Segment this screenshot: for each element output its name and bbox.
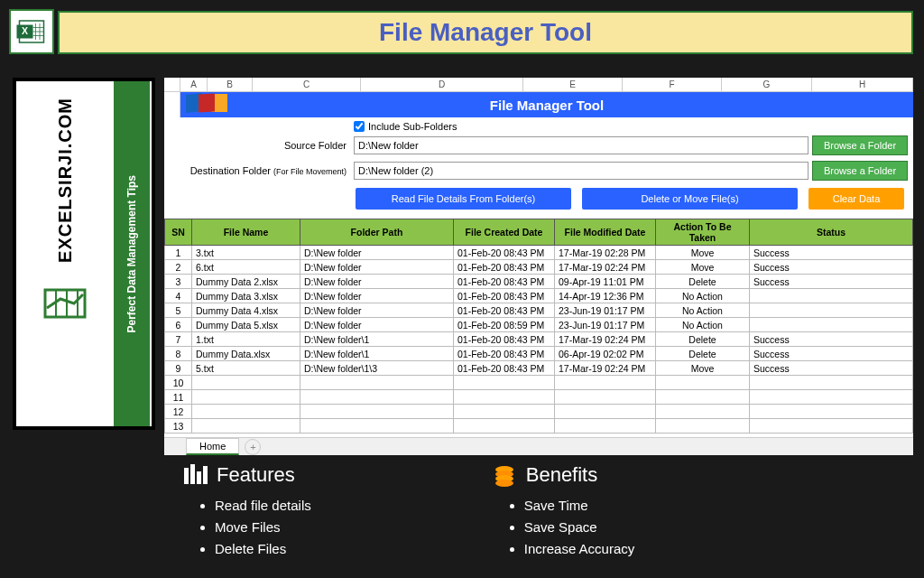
browse-source-button[interactable]: Browse a Folder xyxy=(812,135,908,155)
logo-tagline: Perfect Data Management Tips xyxy=(125,175,138,333)
read-details-button[interactable]: Read File Details From Folder(s) xyxy=(356,188,571,210)
col-created[interactable]: File Created Date xyxy=(454,219,555,246)
list-item: Read file details xyxy=(215,495,311,517)
col-path[interactable]: Folder Path xyxy=(300,219,454,246)
excel-icon: X xyxy=(15,15,48,48)
svg-rect-14 xyxy=(197,471,201,484)
table-row[interactable]: 95.txtD:\New folder\1\301-Feb-20 08:43 P… xyxy=(165,361,913,376)
table-row[interactable]: 13 xyxy=(165,419,913,434)
table-row[interactable]: 3Dummy Data 2.xlsxD:\New folder01-Feb-20… xyxy=(165,275,913,289)
file-table: SN File Name Folder Path File Created Da… xyxy=(164,219,913,434)
page-title-band: File Manager Tool xyxy=(58,11,913,54)
svg-rect-8 xyxy=(45,290,85,317)
folder-stack-icon xyxy=(186,94,224,112)
logo-graphic-icon xyxy=(38,272,92,326)
benefits-list: Save TimeSave SpaceIncrease Accuracy xyxy=(492,495,635,560)
table-row[interactable]: 13.txtD:\New folder01-Feb-20 08:43 PM17-… xyxy=(165,246,913,260)
dest-folder-input[interactable] xyxy=(354,162,808,180)
bars-icon xyxy=(182,462,208,488)
features-title: Features xyxy=(217,463,295,487)
list-item: Delete Files xyxy=(215,538,311,560)
svg-rect-13 xyxy=(190,464,195,484)
clear-data-button[interactable]: Clear Data xyxy=(808,188,904,210)
sheet-title-bar: File Manager Tool xyxy=(164,92,913,117)
svg-text:X: X xyxy=(22,25,28,36)
list-item: Increase Accuracy xyxy=(524,538,635,560)
col-sn[interactable]: SN xyxy=(165,219,192,246)
svg-rect-12 xyxy=(184,468,189,484)
table-row[interactable]: 4Dummy Data 3.xlsxD:\New folder01-Feb-20… xyxy=(165,289,913,303)
include-subfolders-checkbox[interactable] xyxy=(354,121,365,132)
table-row[interactable]: 10 xyxy=(165,376,913,390)
browse-dest-button[interactable]: Browse a Folder xyxy=(812,161,908,181)
col-action[interactable]: Action To Be Taken xyxy=(656,219,750,246)
include-subfolders-label: Include Sub-Folders xyxy=(368,121,457,132)
list-item: Move Files xyxy=(215,517,311,538)
col-name[interactable]: File Name xyxy=(192,219,300,246)
add-sheet-button[interactable]: + xyxy=(245,439,261,455)
column-headers: A B C D E F G H xyxy=(164,78,913,92)
source-folder-label: Source Folder xyxy=(184,140,350,151)
table-row[interactable]: 12 xyxy=(165,405,913,419)
coins-icon xyxy=(492,462,517,488)
svg-rect-15 xyxy=(203,466,208,484)
dest-folder-label: Destination Folder (For File Movement) xyxy=(184,165,350,176)
list-item: Save Time xyxy=(524,495,635,517)
features-list: Read file detailsMove FilesDelete Files xyxy=(182,495,311,560)
svg-point-19 xyxy=(495,480,513,487)
page-title: File Manager Tool xyxy=(379,18,592,47)
table-row[interactable]: 8Dummy Data.xlsxD:\New folder\101-Feb-20… xyxy=(165,347,913,361)
excel-logo-badge: X xyxy=(9,9,54,54)
logo-main-text: EXCELSIRJI.COM xyxy=(55,98,76,263)
col-modified[interactable]: File Modified Date xyxy=(555,219,656,246)
footer-info: Features Read file detailsMove FilesDele… xyxy=(164,462,913,571)
table-row[interactable]: 71.txtD:\New folder\101-Feb-20 08:43 PM1… xyxy=(165,332,913,347)
sheet-title: File Manager Tool xyxy=(490,98,604,113)
tab-home[interactable]: Home xyxy=(186,438,239,455)
list-item: Save Space xyxy=(524,517,635,538)
sheet-tabs: Home + xyxy=(164,437,913,455)
table-row[interactable]: 26.txtD:\New folder01-Feb-20 08:43 PM17-… xyxy=(165,260,913,275)
table-row[interactable]: 6Dummy Data 5.xlsxD:\New folder01-Feb-20… xyxy=(165,318,913,332)
delete-move-button[interactable]: Delete or Move File(s) xyxy=(582,188,798,210)
spreadsheet-area: A B C D E F G H File Manager Tool Includ… xyxy=(164,78,913,455)
source-folder-input[interactable] xyxy=(354,136,808,154)
table-row[interactable]: 11 xyxy=(165,390,913,405)
brand-logo: EXCELSIRJI.COM Perfect Data Management T… xyxy=(13,78,155,430)
benefits-title: Benefits xyxy=(526,463,598,487)
col-status[interactable]: Status xyxy=(750,219,913,246)
table-row[interactable]: 5Dummy Data 4.xlsxD:\New folder01-Feb-20… xyxy=(165,303,913,318)
